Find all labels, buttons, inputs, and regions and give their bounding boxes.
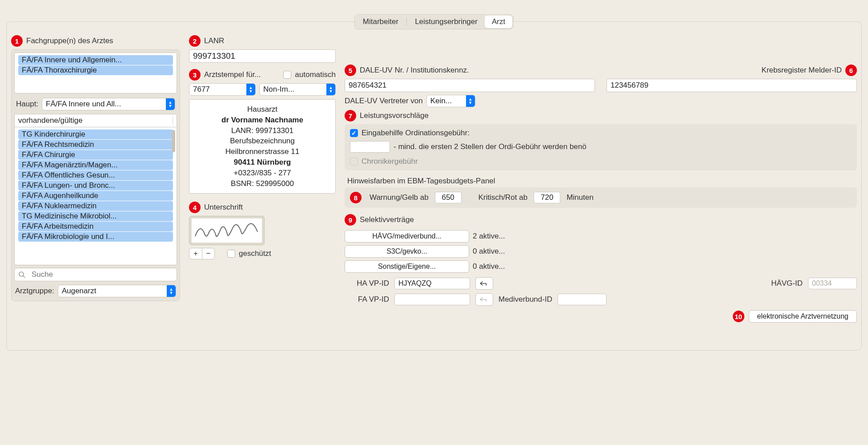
list-item[interactable]: FÄ/FA Arbeitsmedizin [18,222,173,231]
list-item[interactable]: FÄ/FA Lungen- und Bronc... [18,181,173,190]
haevg-mediverbund-status: 2 aktive... [473,232,505,241]
select-stepper-icon [326,84,335,95]
hinweisfarben-label: Hinweisfarben im EBM-Tagesbudgets-Panel [347,177,857,186]
dale-vertreter-label: DALE-UV Vertreter von [345,97,423,105]
dale-uv-input[interactable] [345,79,595,92]
badge-1: 1 [11,35,23,47]
mediverbund-id-label: Mediverbund-ID [498,295,552,304]
leistungsvorschlaege-label: Leistungsvorschläge [360,111,429,120]
signature-add-button[interactable]: + [189,248,202,259]
stamp-preview: Hausarzt dr Vorname Nachname LANR: 99971… [189,99,336,194]
stamp-line: 90411 Nürnberg [193,157,332,168]
stamp-line: Hausarzt [193,104,332,115]
dale-vertreter-value: Kein... [427,97,466,105]
signature-add-remove: + − [189,248,215,259]
lanr-label: LANR [204,36,224,45]
unterschrift-label: Unterschrift [204,203,243,212]
tab-leistungserbringer[interactable]: Leistungserbringer [408,16,485,28]
stamp-line: Berufsbezeichnung [193,136,332,146]
arztgruppe-label: Arztgruppe: [15,287,54,295]
signature-image [191,218,262,243]
select-stepper-icon [246,84,255,95]
list-item[interactable]: FÄ/FA Mikrobiologie und I... [18,232,173,242]
mediverbund-id-input[interactable] [558,294,607,305]
stamp-line: dr Vorname Nachname [193,115,332,125]
fa-vpid-reset-button[interactable] [475,293,493,306]
sonstige-eigene-button[interactable]: Sonstige/Eigene... [345,260,469,273]
selected-fachgruppen-list[interactable]: FÄ/FA Innere und Allgemein... FÄ/FA Thor… [14,53,177,93]
stamp-font-value: Non-Im... [260,85,326,94]
dale-vertreter-select[interactable]: Kein... [426,95,475,107]
list-item[interactable]: FÄ/FA Nuklearmedizin [18,201,173,211]
list-item[interactable]: FÄ/FA Thoraxchirurgie [18,65,173,75]
section-fachgruppen: 1 Fachgruppe(n) des Arztes [11,35,180,47]
list-item[interactable]: TG Kinderchirurgie [18,129,173,139]
geschuetzt-label: geschützt [239,249,271,258]
tab-mitarbeiter[interactable]: Mitarbeiter [356,16,406,28]
fachgruppen-panel: FÄ/FA Innere und Allgemein... FÄ/FA Thor… [11,49,180,301]
selektivvertraege-label: Selektivverträge [360,215,414,224]
undo-icon [479,296,489,303]
available-fachgruppen-list[interactable]: TG Kinderchirurgie FÄ/FA Rechtsmedizin F… [14,127,177,265]
ha-vpid-input[interactable] [394,278,470,289]
list-item[interactable]: TG Medizinische Mikrobiol... [18,211,173,221]
haevg-id-field [808,278,857,289]
elektronische-arztvernetzung-button[interactable]: elektronische Arztvernetzung [749,310,857,323]
bsnr-stamp-select[interactable]: 7677 [189,83,256,96]
list-item[interactable]: FÄ/FA Rechtsmedizin [18,140,173,150]
haupt-select[interactable]: FÄ/FA Innere und All... [42,98,175,110]
hinweisfarben-panel: 8 Warnung/Gelb ab Kritisch/Rot ab Minute… [345,187,857,208]
list-item[interactable]: FÄ/FA Innere und Allgemein... [18,55,173,65]
krebsregister-label: Krebsregister Melder-ID [762,66,842,75]
kritisch-input[interactable] [534,192,560,203]
badge-4: 4 [189,202,201,213]
badge-6: 6 [845,65,857,76]
arztstempel-label: Arztstempel für... [204,70,261,79]
badge-3: 3 [189,69,201,81]
tab-arzt[interactable]: Arzt [485,16,512,28]
select-stepper-icon [167,285,176,297]
badge-10: 10 [733,311,744,322]
top-tabs: Mitarbeiter Leistungserbringer Arzt [354,14,514,29]
s3c-gevko-status: 0 aktive... [473,247,505,256]
fachgruppen-search-input[interactable] [28,268,173,281]
warnung-input[interactable] [435,192,462,203]
stamp-line: BSNR: 529995000 [193,178,332,189]
fachgruppen-filter-value: vorhandene/gültige [18,116,170,125]
scrollbar-thumb[interactable] [172,130,175,152]
ordinationsgebuehr-checkbox[interactable] [350,129,358,137]
ordinationsgebuehr-input[interactable] [350,141,390,153]
svg-point-0 [19,272,24,276]
krebsregister-input[interactable] [607,79,857,92]
leistungsvorschlaege-panel: Eingabehilfe Ordinationsgebühr: - mind. … [345,124,857,170]
list-item[interactable]: FÄ/FA Öffentliches Gesun... [18,170,173,180]
fachgruppen-filter[interactable]: vorhandene/gültige [14,114,177,127]
s3c-gevko-button[interactable]: S3C/gevko... [345,245,469,258]
list-item[interactable]: FÄ/FA Magenärztin/Magen... [18,160,173,170]
ordinationsgebuehr-note: - mind. die ersten 2 Stellen der Ordi-Ge… [394,142,852,151]
fa-vpid-input[interactable] [394,294,470,305]
ordinationsgebuehr-label: Eingabehilfe Ordinationsgebühr: [362,129,470,138]
kritisch-label: Kritisch/Rot ab [478,193,528,202]
geschuetzt-checkbox[interactable] [227,250,235,258]
section-krebsregister: Krebsregister Melder-ID 6 [607,65,857,76]
fachgruppen-search[interactable] [14,268,177,281]
automatisch-checkbox[interactable] [283,71,291,79]
minuten-label: Minuten [567,193,593,202]
signature-preview[interactable] [189,216,265,245]
lanr-input[interactable] [189,49,336,63]
haevg-mediverbund-button[interactable]: HÄVG/mediverbund... [345,230,469,243]
divider [173,117,173,125]
haupt-label: Haupt: [16,100,38,109]
ha-vpid-reset-button[interactable] [475,277,493,290]
chronikergebuehr-checkbox [350,158,358,166]
list-item[interactable]: FÄ/FA Chirurgie [18,150,173,160]
warnung-label: Warnung/Gelb ab [370,193,429,202]
stamp-font-select[interactable]: Non-Im... [259,83,336,96]
signature-remove-button[interactable]: − [202,248,214,259]
dale-uv-label: DALE-UV Nr. / Institutionskennz. [360,66,469,75]
list-item[interactable]: FÄ/FA Augenheilkunde [18,191,173,201]
arztgruppe-select[interactable]: Augenarzt [58,285,176,297]
haupt-select-value: FÄ/FA Innere und All... [42,100,166,109]
select-stepper-icon [466,95,475,107]
